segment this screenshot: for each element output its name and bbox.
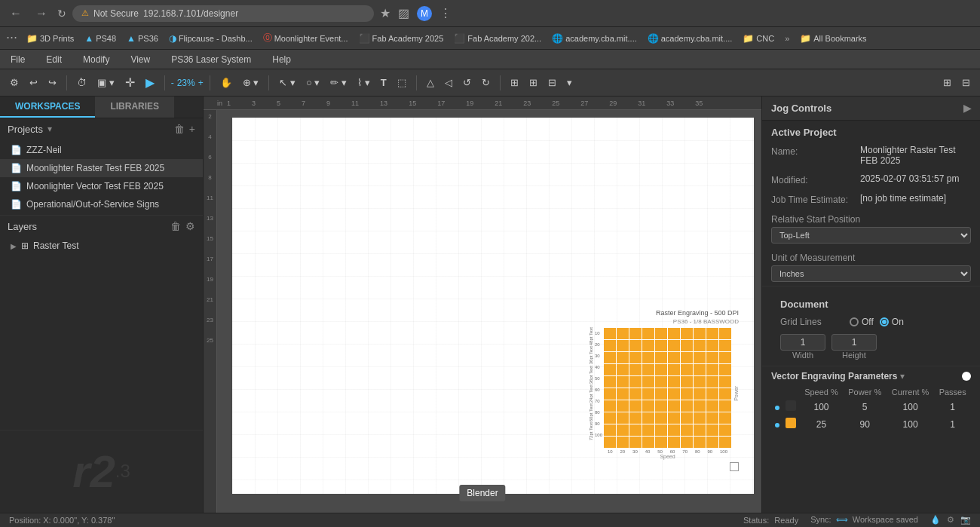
shape-button[interactable]: ○ ▾: [302, 75, 323, 90]
magnet-button[interactable]: ⊕ ▾: [239, 75, 263, 90]
grid-cell-84: [655, 424, 667, 436]
more-btn[interactable]: ▾: [563, 75, 576, 90]
play-button[interactable]: ▶: [142, 73, 158, 92]
bookmark-label: Fab Academy 202...: [467, 34, 541, 43]
zoom-minus[interactable]: -: [171, 78, 174, 88]
rotate-right-button[interactable]: ↻: [478, 75, 494, 90]
canvas-content[interactable]: Raster Engraving - 500 DPI PS36 - 1/8 BA…: [217, 110, 761, 513]
current-cell-2[interactable]: 100: [887, 415, 934, 433]
flip-button[interactable]: ◁: [441, 75, 456, 90]
vec-eng-header: Vector Engraving Parameters ▾: [771, 371, 971, 381]
relative-start-select[interactable]: Top-Left: [771, 227, 971, 244]
ruler-tick-1: 1: [227, 100, 231, 107]
add-project-icon[interactable]: +: [189, 123, 195, 135]
delete-project-icon[interactable]: 🗑: [174, 123, 185, 135]
canvas-area[interactable]: in 1 3 5 7 9 11 13 15 17 19 21 23 25 27 …: [204, 97, 761, 513]
bookmark-flipcause[interactable]: ◑ Flipcause - Dashb...: [164, 31, 257, 46]
tab-workspaces[interactable]: WORKSPACES: [0, 97, 95, 118]
bookmark-star-icon[interactable]: ★: [380, 6, 390, 21]
settings-button[interactable]: ⚙: [6, 75, 23, 90]
edit-button[interactable]: ⌇ ▾: [354, 75, 374, 90]
passes-cell-2[interactable]: 1: [934, 415, 971, 433]
tab-libraries[interactable]: LIBRARIES: [95, 97, 174, 118]
menu-modify[interactable]: Modify: [78, 53, 114, 66]
project-item-signs[interactable]: 📄 Operational/Out-of-Service Signs: [0, 195, 203, 213]
grid-on-option[interactable]: On: [880, 317, 904, 327]
bookmark-moonlighter[interactable]: ⓪ Moonlighter Event...: [259, 29, 353, 47]
image-button[interactable]: ⬚: [394, 75, 410, 90]
timer-button[interactable]: ⏱: [73, 75, 90, 90]
pan-button[interactable]: ✋: [216, 75, 236, 90]
back-button[interactable]: ←: [6, 5, 26, 22]
width-input[interactable]: [780, 334, 825, 351]
more-bookmarks[interactable]: »: [780, 32, 794, 45]
grid-btn-2[interactable]: ⊞: [525, 75, 541, 90]
bookmark-academy2[interactable]: 🌐 academy.cba.mit....: [643, 31, 737, 46]
redo-button[interactable]: ↪: [44, 75, 60, 90]
move-button[interactable]: ✛: [121, 73, 139, 92]
bookmark-academy1[interactable]: 🌐 academy.cba.mit....: [547, 31, 642, 46]
droplet-icon[interactable]: 💧: [930, 515, 941, 525]
text-label-60pt: 60pt Text: [589, 403, 593, 421]
current-cell-1[interactable]: 100: [887, 398, 934, 415]
menu-file[interactable]: File: [6, 53, 29, 66]
pen-button[interactable]: ✏ ▾: [326, 75, 351, 90]
frame-button[interactable]: ▣ ▾: [93, 75, 118, 90]
grid-off-option[interactable]: Off: [850, 317, 874, 327]
profile-icon[interactable]: M: [417, 6, 432, 21]
bookmark-ps48[interactable]: ▲ PS48: [80, 31, 121, 46]
power-cell-2[interactable]: 90: [844, 415, 887, 433]
select-button[interactable]: ↖ ▾: [275, 75, 299, 90]
vec-chevron-icon[interactable]: ▾: [900, 371, 905, 381]
bookmark-ps36[interactable]: ▲ PS36: [122, 31, 163, 46]
text-button[interactable]: T: [377, 75, 390, 90]
grid-btn-3[interactable]: ⊟: [544, 75, 560, 90]
cut-button[interactable]: △: [423, 75, 438, 90]
refresh-button[interactable]: ↻: [57, 8, 66, 20]
project-name: Moonlighter Raster Test FEB 2025: [26, 163, 164, 173]
bookmark-all[interactable]: 📁 All Bookmarks: [795, 31, 871, 46]
menu-help[interactable]: Help: [268, 53, 296, 66]
grid-btn-1[interactable]: ⊞: [507, 75, 522, 90]
bookmark-fab1[interactable]: ⬛ Fab Academy 2025: [354, 31, 449, 46]
color-swatch-cell-2[interactable]: [782, 415, 799, 433]
project-item-moonlighter-vector[interactable]: 📄 Moonlighter Vector Test FEB 2025: [0, 177, 203, 195]
camera-icon[interactable]: 📷: [960, 515, 971, 525]
projects-dropdown-icon[interactable]: ▾: [47, 124, 52, 134]
jog-expand-icon[interactable]: ▶: [963, 103, 971, 114]
delete-layer-icon[interactable]: 🗑: [170, 220, 181, 232]
color-swatch-cell[interactable]: [782, 398, 799, 415]
name-value: Moonlighter Raster Test FEB 2025: [860, 145, 971, 166]
extensions-icon[interactable]: ▨: [398, 6, 409, 21]
passes-cell-1[interactable]: 1: [934, 398, 971, 415]
bookmark-fab2[interactable]: ⬛ Fab Academy 202...: [449, 31, 546, 46]
project-item-moonlighter-raster[interactable]: 📄 Moonlighter Raster Test FEB 2025: [0, 159, 203, 177]
settings-status-icon[interactable]: ⚙: [947, 515, 954, 525]
raster-test-visual: Raster Engraving - 500 DPI PS36 - 1/8 BA…: [589, 309, 739, 471]
forward-button[interactable]: →: [32, 5, 51, 22]
col-passes-header: Passes: [934, 386, 971, 398]
speed-cell-1[interactable]: 100: [799, 398, 843, 415]
undo-button[interactable]: ↩: [26, 75, 41, 90]
power-cell-1[interactable]: 5: [844, 398, 887, 415]
action-btn-1[interactable]: ⊞: [939, 75, 955, 90]
project-item-zzz[interactable]: 📄 ZZZ-Neil: [0, 141, 203, 159]
settings-layer-icon[interactable]: ⚙: [185, 220, 195, 232]
action-btn-2[interactable]: ⊟: [958, 75, 974, 90]
speed-cell-2[interactable]: 25: [799, 415, 843, 433]
apps-icon[interactable]: ⋅⋅⋅: [6, 31, 17, 45]
menu-view[interactable]: View: [126, 53, 155, 66]
address-bar[interactable]: ⚠ Not Secure 192.168.7.101/designer: [72, 5, 374, 22]
canvas-checkbox[interactable]: [730, 462, 739, 471]
rotate-left-button[interactable]: ↺: [459, 75, 475, 90]
zoom-plus[interactable]: +: [198, 78, 204, 88]
height-input[interactable]: [831, 334, 877, 351]
layer-raster-test[interactable]: ▶ ⊞ Raster Test: [0, 237, 203, 255]
bookmark-cnc[interactable]: 📁 CNC: [738, 31, 779, 46]
bookmark-3d-prints[interactable]: 📁 3D Prints: [22, 31, 78, 46]
menu-edit[interactable]: Edit: [41, 53, 66, 66]
bookmark-label: PS36: [138, 34, 158, 43]
menu-icon[interactable]: ⋮: [439, 6, 452, 21]
unit-select[interactable]: Inches: [771, 265, 971, 282]
menu-ps36[interactable]: PS36 Laser System: [167, 53, 256, 66]
